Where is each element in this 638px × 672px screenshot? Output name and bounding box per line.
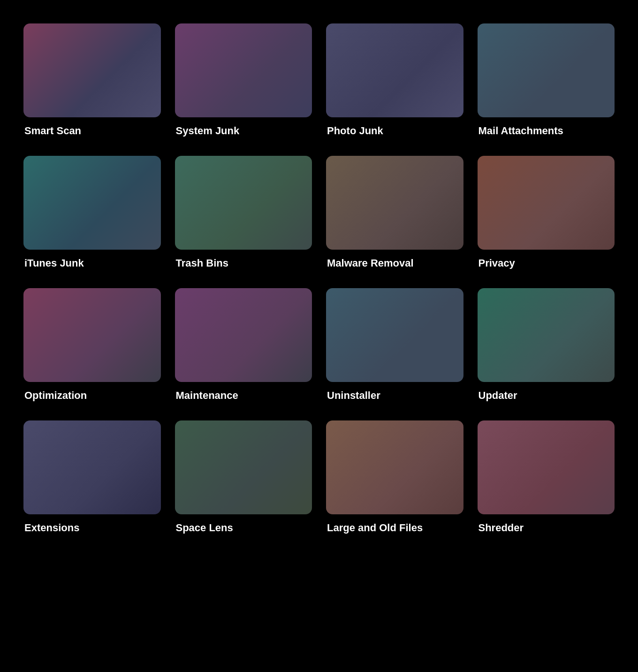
card-mail-attachments[interactable]: Mail Attachments [478,23,615,137]
card-thumbnail-updater [478,288,615,382]
card-uninstaller[interactable]: Uninstaller [326,288,463,402]
card-updater[interactable]: Updater [478,288,615,402]
card-title-mail-attachments: Mail Attachments [478,125,615,137]
card-title-large-and-old-files: Large and Old Files [326,522,463,534]
card-title-system-junk: System Junk [175,125,312,137]
grid-row-1: Smart ScanSystem JunkPhoto JunkMail Atta… [23,23,615,137]
card-thumbnail-space-lens [175,420,312,514]
card-thumbnail-smart-scan [23,23,161,117]
card-title-uninstaller: Uninstaller [326,389,463,402]
card-title-smart-scan: Smart Scan [23,125,161,137]
card-thumbnail-shredder [478,420,615,514]
card-title-extensions: Extensions [23,522,161,534]
grid-row-2: iTunes JunkTrash BinsMalware RemovalPriv… [23,156,615,269]
card-extensions[interactable]: Extensions [23,420,161,534]
card-title-malware-removal: Malware Removal [326,257,463,269]
card-smart-scan[interactable]: Smart Scan [23,23,161,137]
card-title-photo-junk: Photo Junk [326,125,463,137]
card-thumbnail-extensions [23,420,161,514]
card-thumbnail-maintenance [175,288,312,382]
card-thumbnail-photo-junk [326,23,463,117]
grid-row-4: ExtensionsSpace LensLarge and Old FilesS… [23,420,615,534]
card-thumbnail-malware-removal [326,156,463,250]
card-space-lens[interactable]: Space Lens [175,420,312,534]
card-title-optimization: Optimization [23,389,161,402]
card-photo-junk[interactable]: Photo Junk [326,23,463,137]
card-thumbnail-system-junk [175,23,312,117]
card-maintenance[interactable]: Maintenance [175,288,312,402]
card-thumbnail-privacy [478,156,615,250]
card-malware-removal[interactable]: Malware Removal [326,156,463,269]
card-system-junk[interactable]: System Junk [175,23,312,137]
card-itunes-junk[interactable]: iTunes Junk [23,156,161,269]
card-optimization[interactable]: Optimization [23,288,161,402]
card-title-itunes-junk: iTunes Junk [23,257,161,269]
card-title-maintenance: Maintenance [175,389,312,402]
card-thumbnail-optimization [23,288,161,382]
card-title-shredder: Shredder [478,522,615,534]
card-thumbnail-uninstaller [326,288,463,382]
card-title-space-lens: Space Lens [175,522,312,534]
card-title-updater: Updater [478,389,615,402]
main-grid: Smart ScanSystem JunkPhoto JunkMail Atta… [0,0,638,557]
card-title-trash-bins: Trash Bins [175,257,312,269]
card-large-and-old-files[interactable]: Large and Old Files [326,420,463,534]
card-shredder[interactable]: Shredder [478,420,615,534]
card-privacy[interactable]: Privacy [478,156,615,269]
grid-row-3: OptimizationMaintenanceUninstallerUpdate… [23,288,615,402]
card-thumbnail-trash-bins [175,156,312,250]
card-thumbnail-mail-attachments [478,23,615,117]
card-title-privacy: Privacy [478,257,615,269]
card-thumbnail-large-and-old-files [326,420,463,514]
card-trash-bins[interactable]: Trash Bins [175,156,312,269]
card-thumbnail-itunes-junk [23,156,161,250]
